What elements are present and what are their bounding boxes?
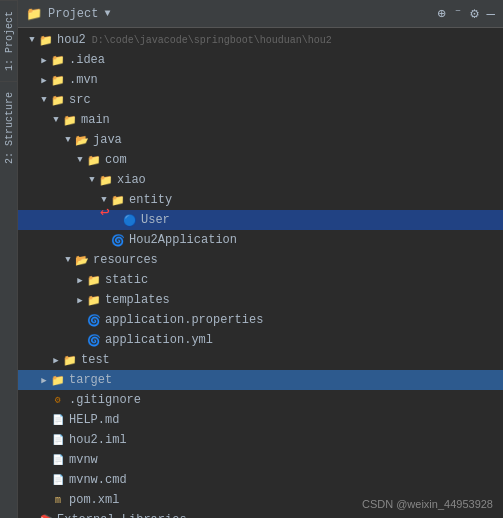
folder-icon: 📁 (38, 32, 54, 48)
collapse-icon[interactable]: ⁻ (454, 5, 462, 22)
project-icon: 📁 (26, 6, 42, 22)
tree-item-app-yml[interactable]: 🌀 application.yml (18, 330, 503, 350)
tree-item-hou2[interactable]: 📁 hou2 D:\code\javacode\springboot\houdu… (18, 30, 503, 50)
label-test: test (81, 353, 110, 367)
mvnw-icon: 📄 (50, 452, 66, 468)
side-tabs: 1: Project 2: Structure (0, 0, 18, 518)
label-hou2: hou2 (57, 33, 86, 47)
tree-item-templates[interactable]: 📁 templates (18, 290, 503, 310)
tree-item-java[interactable]: 📂 java (18, 130, 503, 150)
tree-item-com[interactable]: 📁 com (18, 150, 503, 170)
label-templates: templates (105, 293, 170, 307)
spring-properties-icon: 🌀 (86, 312, 102, 328)
iml-icon: 📄 (50, 432, 66, 448)
tree-item-iml[interactable]: 📄 hou2.iml (18, 430, 503, 450)
settings-icon[interactable]: ⚙ (470, 5, 478, 22)
dropdown-arrow-icon[interactable]: ▼ (104, 8, 110, 19)
arrow-entity (98, 195, 110, 205)
folder-src-icon: 📁 (50, 92, 66, 108)
arrow-resources (62, 255, 74, 265)
label-hou2app: Hou2Application (129, 233, 237, 247)
tree-item-user[interactable]: ↩ 🔵 User (18, 210, 503, 230)
arrow-com (74, 155, 86, 165)
arrow-static (74, 275, 86, 286)
label-mvn: .mvn (69, 73, 98, 87)
label-com: com (105, 153, 127, 167)
header-icons: ⊕ ⁻ ⚙ — (437, 5, 495, 22)
tree-item-entity[interactable]: 📁 entity (18, 190, 503, 210)
spring-icon: 🌀 (110, 232, 126, 248)
label-xiao: xiao (117, 173, 146, 187)
mvnw-cmd-icon: 📄 (50, 472, 66, 488)
label-gitignore: .gitignore (69, 393, 141, 407)
label-app-yml: application.yml (105, 333, 213, 347)
arrow-hou2 (26, 35, 38, 45)
tree-item-app-properties[interactable]: 🌀 application.properties (18, 310, 503, 330)
spring-yml-icon: 🌀 (86, 332, 102, 348)
folder-com-icon: 📁 (86, 152, 102, 168)
watermark: CSDN @weixin_44953928 (362, 498, 493, 510)
tree-item-test[interactable]: 📁 test (18, 350, 503, 370)
label-entity: entity (129, 193, 172, 207)
tree-item-idea[interactable]: 📁 .idea (18, 50, 503, 70)
label-main: main (81, 113, 110, 127)
tree-item-mvnw[interactable]: 📄 mvnw (18, 450, 503, 470)
arrow-idea (38, 55, 50, 66)
label-iml: hou2.iml (69, 433, 127, 447)
arrow-main (50, 115, 62, 125)
folder-target-icon: 📁 (50, 372, 66, 388)
hide-icon[interactable]: — (487, 6, 495, 22)
folder-xiao-icon: 📁 (98, 172, 114, 188)
tree-item-static[interactable]: 📁 static (18, 270, 503, 290)
label-static: static (105, 273, 148, 287)
tree-item-main[interactable]: 📁 main (18, 110, 503, 130)
label-user: User (141, 213, 170, 227)
folder-static-icon: 📁 (86, 272, 102, 288)
tree-item-target[interactable]: 📁 target (18, 370, 503, 390)
arrow-templates (74, 295, 86, 306)
label-app-props: application.properties (105, 313, 263, 327)
folder-java-icon: 📂 (74, 132, 90, 148)
project-tab[interactable]: 1: Project (0, 0, 17, 81)
add-scope-icon[interactable]: ⊕ (437, 5, 445, 22)
arrow-java (62, 135, 74, 145)
tree-item-gitignore[interactable]: ⚙ .gitignore (18, 390, 503, 410)
label-pom: pom.xml (69, 493, 119, 507)
label-target: target (69, 373, 112, 387)
label-ext-libs: External Libraries (57, 513, 187, 518)
label-help: HELP.md (69, 413, 119, 427)
folder-test-icon: 📁 (62, 352, 78, 368)
arrow-xiao (86, 175, 98, 185)
tree-area: 📁 hou2 D:\code\javacode\springboot\houdu… (18, 28, 503, 518)
class-icon: 🔵 (122, 212, 138, 228)
xml-icon: m (50, 492, 66, 508)
folder-entity-icon: 📁 (110, 192, 126, 208)
structure-tab[interactable]: 2: Structure (0, 81, 17, 174)
md-icon: 📄 (50, 412, 66, 428)
arrow-ext-libs (26, 515, 38, 519)
arrow-test (50, 355, 62, 366)
folder-mvn-icon: 📁 (50, 72, 66, 88)
folder-templates-icon: 📁 (86, 292, 102, 308)
tree-item-xiao[interactable]: 📁 xiao (18, 170, 503, 190)
header-left: 📁 Project ▼ (26, 6, 110, 22)
arrow-mvn (38, 75, 50, 86)
label-mvnw-cmd: mvnw.cmd (69, 473, 127, 487)
tree-item-src[interactable]: 📁 src (18, 90, 503, 110)
label-resources: resources (93, 253, 158, 267)
tree-item-help[interactable]: 📄 HELP.md (18, 410, 503, 430)
arrow-target (38, 375, 50, 386)
ext-libs-icon: 📚 (38, 512, 54, 518)
arrow-src (38, 95, 50, 105)
label-src: src (69, 93, 91, 107)
tree-item-mvnw-cmd[interactable]: 📄 mvnw.cmd (18, 470, 503, 490)
tree-item-hou2application[interactable]: 🌀 Hou2Application (18, 230, 503, 250)
folder-resources-icon: 📂 (74, 252, 90, 268)
label-java: java (93, 133, 122, 147)
tree-item-mvn[interactable]: 📁 .mvn (18, 70, 503, 90)
header-title: Project (48, 7, 98, 21)
tree-item-external-libs[interactable]: 📚 External Libraries (18, 510, 503, 518)
folder-idea-icon: 📁 (50, 52, 66, 68)
main-panel: 📁 Project ▼ ⊕ ⁻ ⚙ — 📁 hou2 D:\code\javac… (18, 0, 503, 518)
tree-item-resources[interactable]: 📂 resources (18, 250, 503, 270)
